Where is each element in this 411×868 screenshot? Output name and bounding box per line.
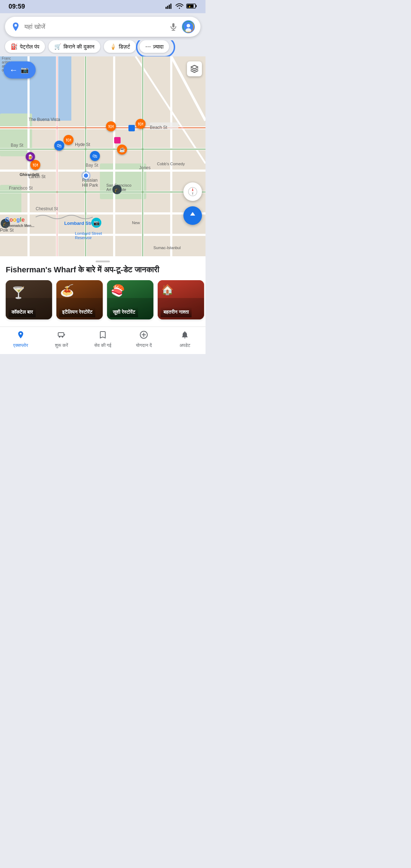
- more-icon: ⋯: [145, 43, 151, 50]
- saved-icon: [98, 330, 107, 341]
- breakfast-label: बहतरीन नाश्ता: [161, 307, 192, 317]
- svg-rect-19: [100, 163, 146, 199]
- svg-text:⚡: ⚡: [188, 5, 191, 8]
- svg-rect-44: [114, 137, 121, 143]
- svg-rect-2: [169, 5, 170, 9]
- chip-desert[interactable]: 🍦 डिज़र्ट: [104, 40, 136, 53]
- petrol-icon: ⛽: [11, 43, 18, 50]
- svg-rect-43: [128, 125, 135, 131]
- category-card-sushi[interactable]: 🍣 सूशी रेस्टोरेंट: [107, 280, 153, 319]
- chip-grocery-label: किराने की दुकान: [64, 44, 94, 50]
- search-bar[interactable]: [5, 17, 201, 37]
- maps-logo-icon: [11, 22, 21, 32]
- contribute-icon: [139, 330, 148, 341]
- category-card-cocktail[interactable]: 🍸 कॉकटेल बार: [6, 280, 52, 319]
- svg-point-50: [62, 336, 63, 338]
- sheet-handle[interactable]: [96, 261, 110, 262]
- svg-rect-9: [172, 23, 174, 27]
- desert-icon: 🍦: [110, 43, 117, 50]
- svg-rect-1: [167, 6, 168, 9]
- chip-petrol[interactable]: ⛽ पेट्रोल पंप: [5, 40, 45, 53]
- svg-rect-48: [58, 333, 64, 336]
- food-pin-4[interactable]: 🍽: [136, 119, 146, 129]
- nav-item-explore[interactable]: एक्सप्लोर: [0, 330, 41, 348]
- saved-label: सेव की गई: [94, 343, 111, 348]
- filter-chips: ⛽ पेट्रोल पंप 🛒 किराने की दुकान 🍦 डिज़र्…: [0, 40, 206, 56]
- google-logo: Google Greenwich Men...: [5, 217, 34, 228]
- explore-icon: [16, 330, 25, 341]
- svg-rect-20: [0, 185, 21, 213]
- status-icons: ⚡: [166, 3, 197, 10]
- nav-item-contribute[interactable]: योगदान दें: [123, 330, 164, 348]
- svg-point-8: [15, 24, 17, 27]
- explore-label: एक्सप्लोर: [13, 343, 28, 348]
- sheet-handle-container: [0, 256, 206, 265]
- chip-desert-label: डिज़र्ट: [119, 44, 130, 50]
- food-pin-1[interactable]: 🍽: [106, 121, 116, 131]
- category-cards: 🍸 कॉकटेल बार 🍝 इटैलियन रेस्टोरेंट 🍣 सूशी…: [0, 280, 206, 327]
- user-avatar[interactable]: [182, 20, 195, 33]
- svg-rect-3: [171, 4, 172, 9]
- svg-marker-46: [192, 188, 193, 191]
- layer-button[interactable]: [187, 61, 202, 76]
- chip-more-label: ज़्यादा: [153, 44, 163, 50]
- wifi-icon: [176, 3, 183, 10]
- mic-icon[interactable]: [168, 22, 178, 32]
- nav-item-saved[interactable]: सेव की गई: [82, 330, 123, 348]
- category-card-breakfast[interactable]: 🏠 बहतरीन नाश्ता: [158, 280, 204, 319]
- food-pin-2[interactable]: 🍽: [64, 135, 73, 145]
- back-arrow-button[interactable]: ← 📷: [4, 61, 36, 79]
- status-time: 09:59: [9, 3, 25, 10]
- svg-rect-42: [150, 122, 178, 130]
- chip-more[interactable]: ⋯ ज़्यादा: [139, 40, 169, 53]
- shop-pin-1[interactable]: 🛍: [54, 141, 64, 151]
- search-input[interactable]: [24, 23, 165, 31]
- chip-petrol-label: पेट्रोल पंप: [20, 44, 39, 50]
- signal-icon: [166, 3, 173, 10]
- grocery-icon: 🛒: [54, 43, 61, 50]
- filter-chips-row: ⛽ पेट्रोल पंप 🛒 किराने की दुकान 🍦 डिज़र्…: [0, 40, 206, 56]
- bottom-sheet: Fisherman's Wharf के बारे में अप-टू-डेट …: [0, 256, 206, 327]
- map-area[interactable]: Beach St Bay St Bay St Jones Francisco S…: [0, 56, 206, 256]
- svg-rect-0: [166, 7, 167, 9]
- svg-point-13: [187, 24, 190, 27]
- contribute-label: योगदान दें: [136, 343, 152, 348]
- shop-pin-2[interactable]: 🛍: [90, 151, 100, 161]
- camera-pin-1[interactable]: 📷: [91, 218, 101, 228]
- ghirardelli-pin[interactable]: 🍽: [30, 160, 40, 170]
- camera-icon-on-btn: 📷: [21, 66, 29, 74]
- italian-label: इटैलियन रेस्टोरेंट: [59, 307, 95, 317]
- go-icon: [57, 330, 66, 341]
- svg-marker-47: [192, 192, 193, 196]
- compass-button[interactable]: [183, 182, 202, 201]
- current-location-dot: [83, 172, 89, 179]
- food-pin-3[interactable]: ☕: [117, 145, 127, 155]
- sheet-title: Fisherman's Wharf के बारे में अप-टू-डेट …: [0, 265, 206, 280]
- more-chip-wrap: ⋯ ज़्यादा: [139, 40, 169, 53]
- sushi-label: सूशी रेस्टोरेंट: [110, 307, 138, 317]
- svg-point-49: [59, 336, 60, 338]
- search-bar-container: [0, 13, 206, 40]
- cocktail-label: कॉकटेल बार: [9, 307, 36, 317]
- directions-button[interactable]: [183, 206, 202, 225]
- battery-icon: ⚡: [186, 3, 197, 10]
- back-arrow-icon: ←: [9, 65, 18, 75]
- category-card-italian[interactable]: 🍝 इटैलियन रेस्टोरेंट: [56, 280, 103, 319]
- bottom-nav: एक्सप्लोर शुरू करें सेव की गई: [0, 327, 206, 354]
- svg-rect-5: [196, 5, 197, 7]
- education-pin[interactable]: 🎓: [112, 185, 122, 194]
- bar-pin[interactable]: 🍺: [26, 152, 35, 161]
- status-bar: 09:59 ⚡: [0, 0, 206, 13]
- updates-icon: [181, 330, 189, 341]
- chip-grocery[interactable]: 🛒 किराने की दुकान: [49, 40, 100, 53]
- go-label: शुरू करें: [55, 343, 68, 348]
- nav-item-updates[interactable]: अपडेट: [164, 330, 206, 348]
- updates-label: अपडेट: [179, 343, 190, 348]
- nav-item-go[interactable]: शुरू करें: [41, 330, 82, 348]
